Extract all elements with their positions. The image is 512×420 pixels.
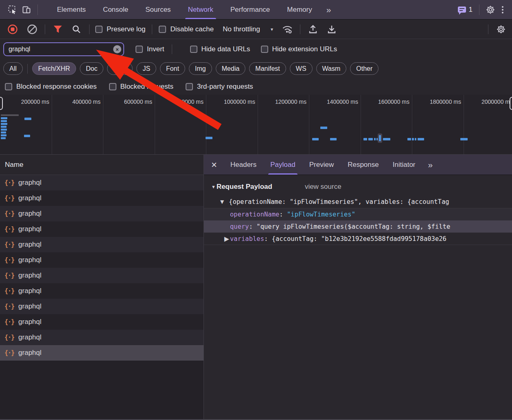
- timeline-right-handle[interactable]: [510, 97, 512, 110]
- more-detail-tabs-icon[interactable]: »: [422, 160, 438, 170]
- name-column-header[interactable]: Name: [0, 155, 203, 175]
- tab-console[interactable]: Console: [94, 0, 137, 19]
- tick-label: 600000 ms: [124, 98, 152, 105]
- request-row[interactable]: {·}graphql: [0, 252, 203, 268]
- chip-fetch-xhr[interactable]: Fetch/XHR: [32, 62, 76, 75]
- request-row[interactable]: {·}graphql: [0, 221, 203, 237]
- request-detail-pane: × Headers Payload Preview Response Initi…: [204, 155, 512, 419]
- collapse-triangle-icon: ▼: [219, 198, 225, 206]
- chip-css[interactable]: CSS: [107, 62, 133, 75]
- settings-gear-icon[interactable]: [484, 3, 497, 17]
- divider: [300, 24, 300, 34]
- request-row[interactable]: {·}graphql: [0, 190, 203, 206]
- chip-doc[interactable]: Doc: [80, 62, 103, 75]
- chip-all[interactable]: All: [3, 62, 23, 75]
- disable-cache-label: Disable cache: [170, 25, 214, 33]
- chip-manifest[interactable]: Manifest: [249, 62, 286, 75]
- chip-media[interactable]: Media: [216, 62, 246, 75]
- hide-extension-urls-label: Hide extension URLs: [272, 45, 337, 53]
- chip-wasm[interactable]: Wasm: [316, 62, 347, 75]
- request-row[interactable]: {·}graphql: [0, 283, 203, 299]
- request-row[interactable]: {·}graphql: [0, 330, 203, 345]
- json-braces-icon: {·}: [4, 334, 14, 341]
- view-source-link[interactable]: view source: [305, 183, 341, 191]
- preserve-log-label: Preserve log: [107, 25, 145, 33]
- timeline-bar: [368, 138, 373, 140]
- timeline-left-handle[interactable]: [0, 97, 3, 110]
- request-row[interactable]: {·}graphql: [0, 268, 203, 283]
- json-braces-icon: {·}: [4, 272, 14, 279]
- timeline-bar: [1, 123, 7, 125]
- hide-extension-urls-checkbox[interactable]: [261, 46, 268, 53]
- issues-count: 1: [469, 6, 473, 14]
- import-har-icon[interactable]: [306, 22, 320, 36]
- tab-payload[interactable]: Payload: [263, 155, 302, 175]
- blocked-response-cookies-checkbox[interactable]: [5, 83, 12, 90]
- filter-input[interactable]: [3, 42, 124, 56]
- hide-data-urls-checkbox[interactable]: [190, 46, 197, 53]
- inspect-element-icon[interactable]: [6, 3, 20, 17]
- request-row-selected[interactable]: {·}graphql: [0, 345, 203, 361]
- expand-triangle-icon[interactable]: ▶: [224, 235, 229, 243]
- device-toolbar-icon[interactable]: [20, 3, 33, 17]
- timeline-bar: [1, 126, 7, 128]
- tab-headers[interactable]: Headers: [223, 155, 263, 175]
- json-braces-icon: {·}: [4, 225, 14, 233]
- tab-preview[interactable]: Preview: [302, 155, 341, 175]
- timeline-bar: [1, 134, 7, 136]
- request-row[interactable]: {·}graphql: [0, 206, 203, 221]
- chip-other[interactable]: Other: [350, 62, 379, 75]
- tab-memory[interactable]: Memory: [278, 0, 320, 19]
- more-tabs-icon[interactable]: »: [321, 5, 336, 15]
- tab-response[interactable]: Response: [341, 155, 386, 175]
- tab-performance[interactable]: Performance: [222, 0, 278, 19]
- clear-network-log-icon[interactable]: [25, 22, 39, 36]
- tab-network[interactable]: Network: [179, 0, 222, 19]
- payload-root-node[interactable]: ▼ {operationName: "ipFlowTimeseries", va…: [204, 196, 512, 208]
- network-conditions-icon[interactable]: [280, 22, 294, 36]
- payload-row-operationName[interactable]: operationName: "ipFlowTimeseries": [204, 208, 512, 220]
- request-row[interactable]: {·}graphql: [0, 237, 203, 252]
- throttling-select[interactable]: No throttling ▾: [223, 25, 273, 33]
- chip-js[interactable]: JS: [136, 62, 156, 75]
- request-row[interactable]: {·}graphql: [0, 314, 203, 330]
- payload-row-query[interactable]: query: "query ipFlowTimeseries($accountT…: [204, 220, 512, 232]
- tab-initiator[interactable]: Initiator: [386, 155, 422, 175]
- timeline-bar: [415, 138, 416, 140]
- invert-checkbox[interactable]: [136, 46, 143, 53]
- payload-row-variables[interactable]: ▶ variables: {accountTag: "b12e3b2192ee5…: [204, 232, 512, 245]
- timeline-bar: [383, 138, 390, 140]
- request-row[interactable]: {·}graphql: [0, 175, 203, 190]
- search-icon[interactable]: [70, 22, 83, 36]
- disable-cache-checkbox[interactable]: [159, 26, 166, 33]
- record-network-log-icon[interactable]: [6, 22, 20, 36]
- filter-funnel-icon[interactable]: [51, 22, 65, 36]
- tab-sources[interactable]: Sources: [137, 0, 179, 19]
- devtools-window: Elements Console Sources Network Perform…: [0, 0, 512, 420]
- invert-label: Invert: [147, 45, 164, 53]
- request-row[interactable]: {·}graphql: [0, 299, 203, 314]
- third-party-requests-checkbox[interactable]: [186, 83, 193, 90]
- clear-filter-icon[interactable]: ×: [113, 45, 121, 53]
- export-har-icon[interactable]: [325, 22, 339, 36]
- timeline-overview[interactable]: 200000 ms 400000 ms 600000 ms 800000 ms …: [0, 95, 512, 155]
- tab-elements[interactable]: Elements: [48, 0, 94, 19]
- chip-ws[interactable]: WS: [290, 62, 313, 75]
- timeline-bar: [1, 137, 6, 139]
- menu-dots-icon[interactable]: [497, 6, 508, 13]
- request-rows: {·}graphql {·}graphql {·}graphql {·}grap…: [0, 175, 203, 361]
- close-detail-icon[interactable]: ×: [204, 160, 223, 170]
- blocked-requests-checkbox[interactable]: [109, 83, 116, 90]
- timeline-bar: [407, 138, 411, 140]
- blocked-response-cookies-label: Blocked response cookies: [16, 83, 97, 91]
- blocked-requests-label: Blocked requests: [120, 83, 173, 91]
- chip-img[interactable]: Img: [189, 62, 212, 75]
- collapse-triangle-icon[interactable]: ▼: [211, 184, 216, 189]
- timeline-bar: [206, 137, 212, 139]
- network-settings-gear-icon[interactable]: [494, 22, 508, 36]
- issues-counter[interactable]: 1: [458, 6, 473, 14]
- chip-font[interactable]: Font: [160, 62, 185, 75]
- tick-label: 1400000 ms: [327, 98, 358, 105]
- preserve-log-checkbox[interactable]: [95, 26, 103, 33]
- tick-label: 1800000 ms: [430, 98, 461, 105]
